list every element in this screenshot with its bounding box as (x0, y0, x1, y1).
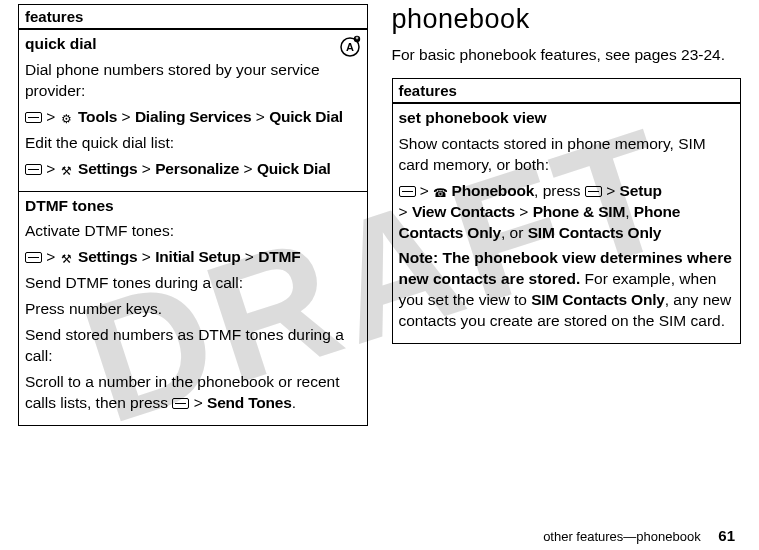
path-initial: Initial Setup (155, 248, 240, 265)
gt: > (420, 182, 429, 199)
dtmf-stored: Send stored numbers as DTMF tones during… (25, 325, 361, 367)
gt: > (122, 108, 131, 125)
gt: > (399, 203, 408, 220)
settings-icon: ⚒ (60, 251, 74, 267)
path-settings: Settings (78, 160, 138, 177)
table-header: features (19, 5, 367, 30)
menu-key-icon (25, 164, 42, 175)
path-setup: Setup (620, 182, 662, 199)
quick-dial-path1: > ⚙ Tools > Dialing Services > Quick Dia… (25, 107, 361, 128)
gt: > (142, 248, 151, 265)
left-column: features A quick dial Dial phone numbers… (18, 4, 380, 542)
dtmf-heading: DTMF tones (25, 196, 361, 217)
path-tools: Tools (78, 108, 117, 125)
quick-dial-edit: Edit the quick dial list: (25, 133, 361, 154)
menu-key-icon (585, 186, 602, 197)
note-sco: SIM Contacts Only (531, 291, 665, 308)
dtmf-cell: DTMF tones Activate DTMF tones: > ⚒ Sett… (19, 191, 367, 425)
gt: > (244, 160, 253, 177)
gt: > (46, 108, 55, 125)
path-sco: SIM Contacts Only (528, 224, 662, 241)
phonebook-icon: ☎ (433, 185, 447, 201)
set-view-path: > ☎ Phonebook, press > Setup > View Cont… (399, 181, 735, 244)
gt: > (256, 108, 265, 125)
features-table-right: features set phonebook view Show contact… (392, 78, 742, 344)
path-viewcontacts: View Contacts (412, 203, 515, 220)
page-content: features A quick dial Dial phone numbers… (0, 0, 759, 550)
dtmf-scroll: Scroll to a number in the phonebook or r… (25, 372, 361, 414)
svg-text:A: A (346, 41, 354, 53)
dtmf-activate: Activate DTMF tones: (25, 221, 361, 242)
tools-icon: ⚙ (60, 111, 74, 127)
set-view-cell: set phonebook view Show contacts stored … (393, 104, 741, 343)
right-column: phonebook For basic phonebook features, … (380, 4, 742, 542)
path-dtmf: DTMF (258, 248, 300, 265)
phonebook-intro: For basic phonebook features, see pages … (392, 45, 742, 66)
menu-key-icon (25, 252, 42, 263)
path-personalize: Personalize (155, 160, 239, 177)
settings-icon: ⚒ (60, 163, 74, 179)
dtmf-path: > ⚒ Settings > Initial Setup > DTMF (25, 247, 361, 268)
press-text: , press (534, 182, 585, 199)
quick-dial-cell: A quick dial Dial phone numbers stored b… (19, 30, 367, 191)
path-quick2: Quick Dial (257, 160, 331, 177)
set-view-heading: set phonebook view (399, 108, 735, 129)
path-phonesim: Phone & SIM (533, 203, 626, 220)
path-dialing: Dialing Services (135, 108, 252, 125)
dtmf-press: Press number keys. (25, 299, 361, 320)
features-table-left: features A quick dial Dial phone numbers… (18, 4, 368, 426)
gt: > (245, 248, 254, 265)
dot: . (292, 394, 296, 411)
gt: > (606, 182, 615, 199)
menu-key-icon (25, 112, 42, 123)
menu-key-icon (172, 398, 189, 409)
set-view-desc: Show contacts stored in phone memory, SI… (399, 134, 735, 176)
dtmf-send: Send DTMF tones during a call: (25, 273, 361, 294)
phonebook-title: phonebook (392, 4, 742, 35)
accessibility-badge-icon: A (337, 34, 361, 64)
quick-dial-heading: quick dial (25, 34, 361, 55)
set-view-note: Note: The phonebook view determines wher… (399, 248, 735, 332)
path-settings2: Settings (78, 248, 138, 265)
menu-key-icon (399, 186, 416, 197)
gt: > (46, 248, 55, 265)
path-phonebook: Phonebook (452, 182, 535, 199)
path-quick: Quick Dial (269, 108, 343, 125)
table-header-right: features (393, 79, 741, 104)
quick-dial-path2: > ⚒ Settings > Personalize > Quick Dial (25, 159, 361, 180)
gt: > (194, 394, 203, 411)
gt: > (142, 160, 151, 177)
svg-rect-4 (356, 37, 357, 40)
sep2: , or (501, 224, 528, 241)
send-tones: Send Tones (207, 394, 292, 411)
gt: > (519, 203, 528, 220)
sep1: , (625, 203, 634, 220)
gt: > (46, 160, 55, 177)
quick-dial-desc: Dial phone numbers stored by your servic… (25, 60, 361, 102)
